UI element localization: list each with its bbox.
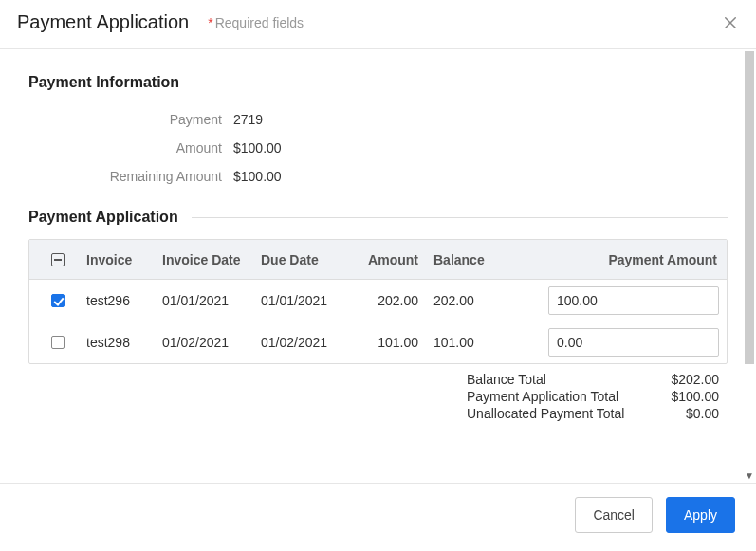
required-fields-note: *Required fields — [208, 15, 304, 30]
table-header: Invoice Invoice Date Due Date Amount Bal… — [29, 240, 727, 280]
total-value-balance: $202.00 — [647, 372, 719, 387]
apply-button[interactable]: Apply — [666, 497, 735, 533]
cell-invoice: test298 — [86, 335, 162, 350]
payment-amount-input[interactable] — [548, 286, 719, 315]
cell-invoice-date: 01/01/2021 — [162, 293, 261, 308]
info-row: Remaining Amount $100.00 — [28, 169, 728, 184]
section-title-payment-application: Payment Application — [28, 209, 178, 226]
payment-amount-input[interactable] — [548, 328, 719, 357]
total-row: Unallocated Payment Total $0.00 — [28, 406, 728, 421]
dialog-header: Payment Application *Required fields — [0, 0, 756, 49]
payment-application-header: Payment Application — [28, 209, 728, 226]
section-rule — [193, 83, 728, 83]
cell-balance: 202.00 — [433, 293, 526, 308]
info-label-remaining: Remaining Amount — [28, 169, 233, 184]
close-icon[interactable] — [722, 14, 739, 31]
cell-payment-amount — [526, 286, 727, 315]
table-row: test296 01/01/2021 01/01/2021 202.00 202… — [29, 280, 727, 321]
total-value-application: $100.00 — [647, 389, 719, 404]
totals: Balance Total $202.00 Payment Applicatio… — [28, 372, 728, 421]
info-value-remaining: $100.00 — [233, 169, 282, 184]
dialog-title: Payment Application — [17, 11, 189, 33]
col-due-date: Due Date — [261, 252, 348, 267]
row-checkbox[interactable] — [51, 336, 65, 349]
dialog-footer: Cancel Apply — [0, 483, 756, 545]
scroll-down-icon[interactable]: ▼ — [743, 469, 756, 483]
scrollbar-thumb[interactable] — [745, 51, 754, 364]
section-rule — [192, 217, 728, 218]
section-title-payment-information: Payment Information — [28, 74, 179, 91]
total-label-application: Payment Application Total — [467, 389, 647, 404]
cell-amount: 101.00 — [348, 335, 433, 350]
row-checkbox-cell — [29, 336, 86, 349]
cell-due-date: 01/02/2021 — [261, 335, 348, 350]
payment-information-header: Payment Information — [28, 74, 728, 91]
cell-balance: 101.00 — [433, 335, 526, 350]
col-balance: Balance — [433, 252, 526, 267]
payment-information-grid: Payment 2719 Amount $100.00 Remaining Am… — [28, 112, 728, 184]
scrollbar-track[interactable]: ▼ — [743, 49, 756, 483]
col-amount: Amount — [348, 252, 433, 267]
col-invoice: Invoice — [86, 252, 162, 267]
total-row: Payment Application Total $100.00 — [28, 389, 728, 404]
cell-invoice-date: 01/02/2021 — [162, 335, 261, 350]
select-all-toggle[interactable] — [29, 253, 86, 266]
dialog-body: Payment Information Payment 2719 Amount … — [0, 49, 756, 483]
total-value-unallocated: $0.00 — [647, 406, 719, 421]
info-row: Payment 2719 — [28, 112, 728, 127]
total-label-unallocated: Unallocated Payment Total — [467, 406, 647, 421]
row-checkbox-cell — [29, 294, 86, 307]
row-checkbox[interactable] — [51, 294, 65, 307]
col-invoice-date: Invoice Date — [162, 252, 261, 267]
info-label-amount: Amount — [28, 140, 233, 156]
required-star: * — [208, 15, 212, 30]
total-label-balance: Balance Total — [467, 372, 647, 387]
cell-due-date: 01/01/2021 — [261, 293, 348, 308]
partial-check-icon — [51, 253, 65, 266]
total-row: Balance Total $202.00 — [28, 372, 728, 387]
info-label-payment: Payment — [28, 112, 233, 127]
cell-amount: 202.00 — [348, 293, 433, 308]
cell-invoice: test296 — [86, 293, 162, 308]
info-row: Amount $100.00 — [28, 140, 728, 156]
cell-payment-amount — [526, 328, 727, 357]
payment-application-table: Invoice Invoice Date Due Date Amount Bal… — [28, 239, 728, 364]
info-value-payment: 2719 — [233, 112, 263, 127]
col-payment-amount: Payment Amount — [526, 252, 727, 267]
info-value-amount: $100.00 — [233, 140, 282, 156]
required-label: Required fields — [215, 15, 304, 30]
cancel-button[interactable]: Cancel — [575, 497, 653, 533]
table-row: test298 01/02/2021 01/02/2021 101.00 101… — [29, 321, 727, 363]
